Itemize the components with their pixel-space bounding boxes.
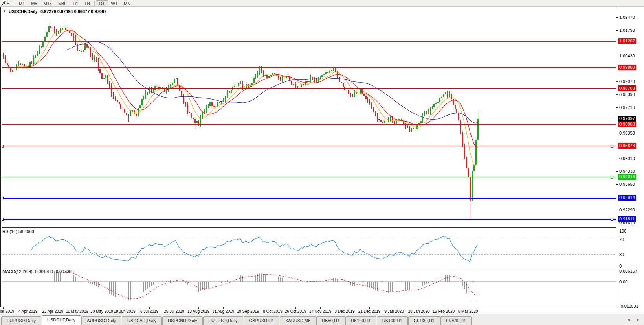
chart-tab-eurusd-daily[interactable]: EURUSD,Daily	[1, 316, 41, 325]
macd-plot[interactable]	[0, 268, 616, 307]
price-tick-label: 0.96350	[619, 130, 635, 136]
rsi-scale-label: 70	[619, 237, 624, 242]
chart-tab-gbpusd-h1[interactable]: GBPUSD,H1	[244, 316, 280, 325]
timeframe-button-m1[interactable]: M1	[16, 0, 28, 6]
date-tick-mark	[3, 307, 4, 309]
date-label: 6 Jul 2019	[135, 309, 163, 314]
date-label: 13 Aug 2019	[184, 309, 213, 314]
chart-title: ▼ USDCHF,Daily 0.97279 0.97494 0.96377 0…	[3, 9, 106, 14]
price-tick-label: 1.00430	[619, 53, 635, 59]
line-drag-handle[interactable]	[611, 218, 613, 220]
last-price-label: 0.97097	[618, 116, 636, 122]
date-tick-mark	[295, 307, 296, 309]
price-tick-label: 0.94330	[619, 168, 635, 174]
date-axis[interactable]: 16 Mar 20194 Apr 201923 Apr 201911 May 2…	[0, 307, 644, 314]
timeframe-button-w1[interactable]: W1	[108, 0, 121, 6]
date-tick-mark	[28, 307, 28, 309]
candlesticks	[3, 21, 479, 219]
toolbar-grip[interactable]	[12, 1, 13, 6]
date-label: 19 Sep 2019	[234, 309, 262, 314]
axis-tick-mark	[616, 184, 618, 185]
price-tick-label: 0.98390	[619, 92, 635, 97]
dropdown-caret-icon[interactable]: ▼	[7, 2, 9, 5]
date-label: 5 Mar 2020	[454, 309, 482, 314]
timeframe-button-h1[interactable]: H1	[70, 0, 81, 6]
chart-tab-xauusd-m5[interactable]: XAUUSD,M5	[280, 316, 316, 325]
price-tick-label: 1.02470	[619, 15, 635, 20]
candlestick-chart[interactable]	[0, 7, 616, 227]
date-tick-mark	[77, 307, 77, 309]
chart-tab-uk100-h1[interactable]: UK100,H1	[377, 316, 408, 325]
date-tick-mark	[102, 307, 102, 309]
rsi-line	[30, 236, 478, 262]
rsi-plot[interactable]	[0, 228, 616, 266]
chart-tab-ger30-h1[interactable]: GER30,H1	[408, 316, 440, 325]
date-tick-mark	[345, 307, 345, 309]
date-tick-mark	[444, 307, 444, 309]
tab-scroll-left-icon[interactable]: ◄	[627, 318, 631, 322]
date-tick-mark	[125, 307, 125, 309]
panel-divider[interactable]	[0, 266, 616, 268]
window-left-frame	[0, 7, 2, 307]
draw-tool-icon[interactable]	[0, 0, 7, 6]
timeframe-button-m30[interactable]: M30	[55, 0, 70, 6]
macd-panel[interactable]: MACD(12,26,9) -0.001780 -0.007083	[0, 268, 616, 307]
toolbar-separator	[135, 1, 135, 6]
macd-scale-label: -0.011531	[619, 303, 638, 309]
date-tick-mark	[174, 307, 174, 309]
level-price-label: 0.91811	[618, 216, 636, 222]
level-price-label: 0.94016	[618, 174, 636, 180]
level-price-label: 0.99800	[618, 65, 636, 70]
macd-scale-label: 0.006167	[619, 268, 637, 274]
date-tick-mark	[394, 307, 394, 309]
collapse-triangle-icon[interactable]: ▼	[3, 9, 6, 13]
price-tick-label: 0.95010	[619, 156, 635, 161]
date-label: 4 Apr 2019	[14, 309, 42, 314]
rsi-panel[interactable]: RSI(14) 58.4960	[0, 228, 616, 266]
axis-tick-mark	[616, 17, 618, 18]
timeframe-button-d1[interactable]: D1	[96, 0, 108, 6]
price-axis[interactable]: 1.024701.017901.004300.990700.983900.977…	[616, 7, 644, 307]
timeframe-buttons: M1M5M15M30H1H4D1W1MN	[16, 0, 136, 6]
price-tick-label: 0.93650	[619, 181, 635, 187]
date-tick-mark	[320, 307, 321, 309]
chart-tab-fra40-h1[interactable]: FRA40,H1	[440, 316, 472, 325]
timeframe-button-mn[interactable]: MN	[121, 0, 134, 6]
tab-scroll-right-icon[interactable]: ►	[636, 318, 640, 322]
axis-tick-mark	[616, 30, 618, 31]
date-label: 3 Dec 2019	[330, 309, 359, 314]
timeframe-button-h4[interactable]: H4	[81, 0, 93, 6]
line-drag-handle[interactable]	[611, 176, 613, 178]
chart-tab-usdchf-daily[interactable]: USDCHF,Daily	[42, 315, 81, 325]
timeframe-button-m5[interactable]: M5	[28, 0, 40, 6]
panel-divider[interactable]	[0, 227, 616, 228]
date-tick-mark	[198, 307, 199, 309]
level-price-label: 0.98703	[618, 85, 636, 91]
chart-tab-hk50-h1[interactable]: HK50,H1	[316, 316, 345, 325]
date-label: 21 Dec 2019	[355, 309, 383, 314]
chart-tab-usdcad-daily[interactable]: USDCAD,Daily	[122, 316, 162, 325]
date-label: 9 Jan 2020	[380, 309, 408, 314]
axis-tick-mark	[616, 81, 618, 82]
chart-tab-usdcnh-daily[interactable]: USDCNH,Daily	[162, 316, 203, 325]
line-drag-handle[interactable]	[611, 145, 613, 147]
date-tick-mark	[468, 307, 468, 309]
ma-fast-orange	[17, 30, 478, 166]
date-tick-mark	[369, 307, 370, 309]
level-price-label: 0.92914	[618, 195, 636, 201]
timeframe-button-m15[interactable]: M15	[40, 0, 55, 6]
axis-tick-mark	[616, 210, 618, 210]
chart-tab-uk100-h1[interactable]: UK100,H1	[345, 316, 376, 325]
chart-ohlc-values: 0.97279 0.97494 0.96377 0.97097	[40, 9, 106, 14]
axis-tick-mark	[616, 171, 618, 172]
chart-tab-eurusd-daily[interactable]: EURUSD,Daily	[203, 316, 243, 325]
level-price-label: 0.95678	[618, 143, 636, 149]
date-label: 11 May 2019	[63, 309, 91, 314]
chart-tab-audusd-daily[interactable]: AUDUSD,Daily	[81, 316, 121, 325]
date-tick-mark	[223, 307, 224, 309]
price-chart-panel[interactable]: ▼ USDCHF,Daily 0.97279 0.97494 0.96377 0…	[0, 7, 616, 227]
price-tick-label: 0.92290	[619, 207, 635, 212]
rsi-scale-label: 0	[619, 263, 622, 269]
macd-histogram	[53, 271, 478, 302]
axis-tick-mark	[616, 159, 618, 159]
